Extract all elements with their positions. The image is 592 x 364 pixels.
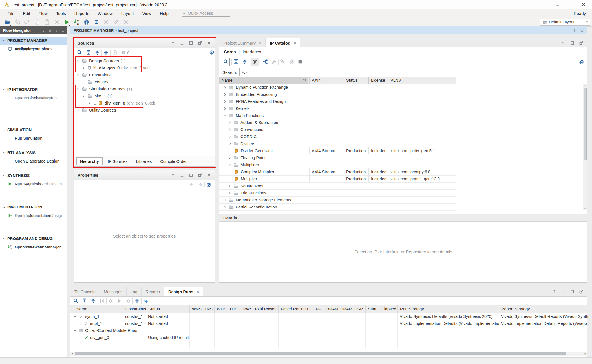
resume-button[interactable] xyxy=(117,298,122,303)
chevron-right-icon[interactable] xyxy=(223,100,227,103)
catalog-row[interactable]: Floating Point xyxy=(219,154,456,161)
sidebar-section-implementation[interactable]: IMPLEMENTATION xyxy=(0,203,67,211)
source-tree-row[interactable]: Utility Sources xyxy=(74,106,215,114)
sources-tab-ip-sources[interactable]: IP Sources xyxy=(104,158,131,165)
runs-column-tns[interactable]: TNS xyxy=(202,305,214,313)
catalog-row[interactable]: Embedded Processing xyxy=(219,91,456,98)
menu-layout[interactable]: Layout xyxy=(117,11,138,16)
collapse-all-icon[interactable] xyxy=(42,29,45,32)
source-tree-row[interactable]: constrs_1 xyxy=(74,78,215,85)
runs-column-ff[interactable]: FF xyxy=(313,305,324,313)
window-minimize-button[interactable] xyxy=(555,2,560,7)
catalog-row[interactable]: Dividers xyxy=(219,140,456,147)
chevron-right-icon[interactable] xyxy=(223,86,227,89)
scroll-up-icon[interactable]: ▲ xyxy=(584,84,586,87)
add-repository-button[interactable] xyxy=(263,59,268,64)
customize-ip-button[interactable] xyxy=(271,59,277,64)
minimize-icon[interactable] xyxy=(180,41,184,45)
unavailable-1-button[interactable] xyxy=(103,19,109,25)
horizontal-scrollbar[interactable]: ◀ ▶ xyxy=(70,352,587,356)
catalog-row[interactable]: FPGA Features and Design xyxy=(219,98,456,105)
search-button[interactable] xyxy=(222,58,230,66)
add-sources-button[interactable] xyxy=(103,50,109,55)
maximize-icon[interactable] xyxy=(189,41,193,45)
help-icon[interactable]: ? xyxy=(55,29,58,32)
collapse-all-button[interactable] xyxy=(233,59,238,64)
runs-column-failed-routes[interactable]: Failed Routes xyxy=(278,305,299,313)
step-forward-button[interactable] xyxy=(126,298,131,303)
sidebar-section-program-and-debug[interactable]: PROGRAM AND DEBUG xyxy=(0,235,67,243)
forward-button[interactable] xyxy=(198,182,203,187)
help-icon[interactable]: ? xyxy=(552,290,556,294)
catalog-row[interactable]: Adders & Subtracters xyxy=(219,119,456,126)
chevron-right-icon[interactable] xyxy=(228,121,231,124)
chevron-right-icon[interactable] xyxy=(228,191,231,195)
search-button[interactable] xyxy=(73,298,78,303)
subtab-interfaces[interactable]: Interfaces xyxy=(242,49,261,54)
float-icon[interactable] xyxy=(579,290,583,294)
hide-incompatible-button[interactable] xyxy=(251,58,259,66)
sidebar-item-generate-block-design[interactable]: Generate Block Design xyxy=(0,94,67,102)
paste-button[interactable] xyxy=(43,19,50,25)
catalog-row[interactable]: Divider GeneratorAXI4-StreamProductionIn… xyxy=(219,147,456,154)
sidebar-item-open-elaborated-design[interactable]: Open Elaborated Design xyxy=(0,157,67,165)
float-icon[interactable] xyxy=(579,41,583,45)
float-icon[interactable] xyxy=(198,173,202,177)
open-project-button[interactable] xyxy=(4,19,11,25)
runs-column-ths[interactable]: THS xyxy=(227,305,238,313)
catalog-row[interactable]: Partial Reconfiguration xyxy=(219,203,456,211)
source-tree-row[interactable]: Design Sources(1) xyxy=(74,57,215,64)
runs-column-total-power[interactable]: Total Power xyxy=(252,305,278,313)
run-button[interactable] xyxy=(63,19,70,25)
expand-all-button[interactable] xyxy=(95,50,100,55)
chevron-right-icon[interactable] xyxy=(223,107,227,110)
chevron-down-icon[interactable] xyxy=(73,315,77,318)
collapse-all-button[interactable] xyxy=(86,50,91,55)
menu-help[interactable]: Help xyxy=(156,11,173,16)
runs-column-elapsed[interactable]: Elapsed xyxy=(379,305,397,313)
settings-button[interactable] xyxy=(83,19,90,25)
chevron-down-icon[interactable] xyxy=(73,329,77,332)
catalog-row[interactable]: Multipliers xyxy=(219,161,456,168)
copy-button[interactable] xyxy=(34,19,40,25)
sidebar-item-open-implemented-design[interactable]: Open Implemented Design xyxy=(0,211,67,220)
tab-messages[interactable]: Messages xyxy=(100,287,127,296)
catalog-row[interactable]: Memories & Storage Elements xyxy=(219,196,456,204)
close-icon[interactable]: × xyxy=(197,290,199,294)
chevron-down-icon[interactable] xyxy=(76,59,80,63)
sidebar-section-rtl-analysis[interactable]: RTL ANALYSIS xyxy=(0,149,67,157)
runs-column-status[interactable]: Status xyxy=(146,305,189,313)
minimize-icon[interactable] xyxy=(561,290,565,294)
menu-view[interactable]: View xyxy=(138,11,156,16)
help-icon[interactable]: ? xyxy=(572,28,576,33)
close-icon[interactable] xyxy=(207,41,211,45)
close-icon[interactable]: × xyxy=(294,41,296,45)
license-button[interactable] xyxy=(280,59,285,64)
vertical-scrollbar[interactable]: ▲ ▼ xyxy=(583,84,587,210)
report-button[interactable]: Σ xyxy=(93,19,100,25)
close-icon[interactable]: × xyxy=(259,41,261,45)
float-icon[interactable] xyxy=(198,41,202,45)
scroll-left-icon[interactable]: ◀ xyxy=(71,352,73,355)
chevron-down-icon[interactable] xyxy=(228,163,231,167)
runs-column-report-strategy[interactable]: Report Strategy xyxy=(499,305,588,313)
tab-ip-catalog[interactable]: IP Catalog× xyxy=(266,38,300,47)
sidebar-section-simulation[interactable]: SIMULATION xyxy=(0,126,67,134)
maximize-icon[interactable] xyxy=(189,173,193,177)
back-button[interactable] xyxy=(189,182,194,187)
menu-window[interactable]: Window xyxy=(93,11,117,16)
expand-all-button[interactable] xyxy=(91,298,96,303)
quick-access-input[interactable]: Quick Access xyxy=(182,10,230,17)
column-header-status[interactable]: Status xyxy=(344,77,368,84)
undo-button[interactable] xyxy=(14,19,21,25)
go-to-start-button[interactable] xyxy=(100,298,105,303)
catalog-row[interactable]: Dynamic Function eXchange xyxy=(219,84,456,91)
tab-design-runs[interactable]: Design Runs× xyxy=(164,287,203,296)
menu-tools[interactable]: Tools xyxy=(52,11,70,16)
menu-flow[interactable]: Flow xyxy=(34,11,52,16)
runs-row[interactable]: Out-of-Context Module Runs xyxy=(70,327,588,334)
runs-column-name[interactable]: Name xyxy=(74,305,123,313)
tab-tcl-console[interactable]: Tcl Console xyxy=(70,287,100,296)
ip-status-button[interactable] xyxy=(298,59,303,64)
chevron-right-icon[interactable] xyxy=(223,198,227,202)
